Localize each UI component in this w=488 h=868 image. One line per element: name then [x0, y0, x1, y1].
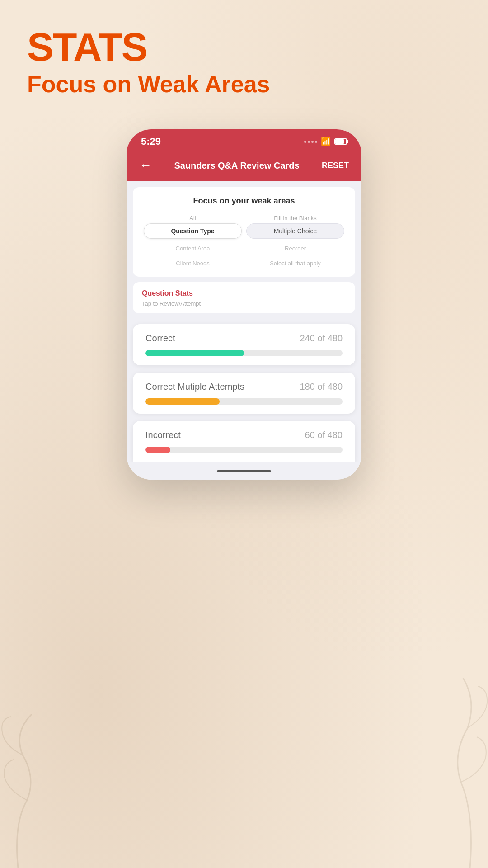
page-title: STATS	[27, 27, 461, 67]
phone-content: Focus on your weak areas All Question Ty…	[127, 181, 361, 320]
multiple-choice-button[interactable]: Multiple Choice	[246, 223, 344, 239]
stat-rows-phone: Correct 240 of 480 Correct Mutiple Attem…	[127, 320, 361, 462]
wifi-icon: 📶	[321, 137, 331, 146]
stat-row-incorrect: Incorrect 60 of 480	[133, 421, 355, 462]
stat-progress-correct	[145, 350, 343, 356]
stat-progress-multiple	[145, 398, 343, 405]
status-time: 5:29	[141, 136, 161, 147]
signal-dots-icon	[304, 141, 317, 143]
stat-fill-multiple	[145, 398, 220, 405]
stat-label-multiple: Correct Mutiple Attempts	[145, 382, 244, 392]
phone-mockup: 5:29 📶 ← Saunders Q&A Review Cards RESET…	[127, 129, 361, 480]
home-indicator	[217, 470, 271, 472]
status-icons: 📶	[304, 137, 347, 146]
stat-label-incorrect: Incorrect	[145, 430, 181, 440]
question-type-button[interactable]: Question Type	[144, 223, 242, 239]
nav-bar: ← Saunders Q&A Review Cards RESET	[127, 152, 361, 181]
question-stats-card: Question Stats Tap to Review/Attempt	[133, 282, 355, 313]
filter-grid: All Question Type Content Area Client Ne…	[142, 215, 346, 270]
stat-row-correct-header: Correct 240 of 480	[145, 333, 343, 344]
stat-row-multiple-header: Correct Mutiple Attempts 180 of 480	[145, 382, 343, 392]
question-stats-subtitle: Tap to Review/Attempt	[142, 300, 346, 307]
back-button[interactable]: ←	[139, 158, 152, 173]
reorder-button[interactable]: Reorder	[246, 241, 344, 255]
filter-col-left: All Question Type Content Area Client Ne…	[144, 215, 242, 270]
filter-col-right: Fill in the Blanks Multiple Choice Reord…	[246, 215, 344, 270]
page-header: STATS Focus on Weak Areas	[0, 0, 488, 111]
stat-row-correct: Correct 240 of 480	[133, 324, 355, 365]
question-stats-title: Question Stats	[142, 289, 346, 297]
select-all-button[interactable]: Select all that apply	[246, 256, 344, 270]
stat-row-incorrect-header: Incorrect 60 of 480	[145, 430, 343, 440]
stat-fill-incorrect	[145, 447, 170, 453]
page-subtitle: Focus on Weak Areas	[27, 71, 461, 98]
status-bar: 5:29 📶	[127, 129, 361, 152]
home-indicator-area	[127, 462, 361, 480]
content-area-button[interactable]: Content Area	[144, 241, 242, 255]
stat-value-correct: 240 of 480	[300, 333, 343, 344]
filter-label-all: All	[189, 215, 196, 222]
client-needs-button[interactable]: Client Needs	[144, 256, 242, 270]
stat-progress-incorrect	[145, 447, 343, 453]
nav-title: Saunders Q&A Review Cards	[174, 160, 299, 171]
stat-label-correct: Correct	[145, 333, 175, 344]
stat-fill-correct	[145, 350, 244, 356]
stat-row-multiple: Correct Mutiple Attempts 180 of 480	[133, 373, 355, 414]
stat-value-incorrect: 60 of 480	[305, 430, 343, 440]
focus-card: Focus on your weak areas All Question Ty…	[133, 187, 355, 277]
battery-icon	[334, 138, 347, 145]
reset-button[interactable]: RESET	[322, 161, 349, 170]
filter-label-fill: Fill in the Blanks	[274, 215, 317, 222]
focus-card-title: Focus on your weak areas	[142, 196, 346, 206]
stat-value-multiple: 180 of 480	[300, 382, 343, 392]
